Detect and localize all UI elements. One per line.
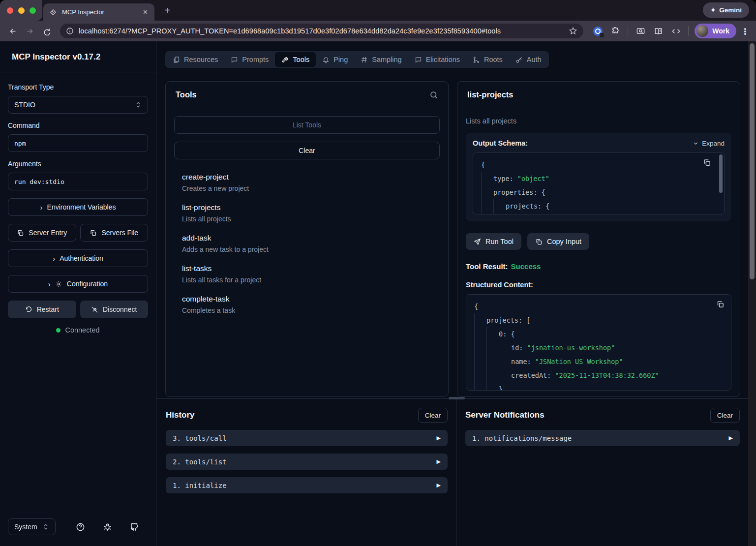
bookmark-star-icon[interactable]: [569, 27, 577, 35]
browser-menu-icon[interactable]: •••: [740, 28, 750, 35]
new-tab-button[interactable]: +: [161, 4, 173, 16]
command-input[interactable]: npm: [8, 134, 148, 152]
tool-description: Creates a new project: [182, 184, 440, 192]
tab-label: Elicitations: [426, 56, 460, 63]
chat-icon: [231, 56, 238, 63]
theme-select[interactable]: System: [8, 518, 56, 535]
play-icon[interactable]: ▶: [437, 458, 441, 465]
gemini-button[interactable]: ✦ Gemini: [703, 2, 749, 18]
tab-ping[interactable]: Ping: [316, 52, 354, 67]
traffic-light-area: [0, 0, 42, 21]
screen-search-icon[interactable]: [633, 24, 648, 38]
page-scrollbar[interactable]: [748, 41, 756, 546]
restart-button[interactable]: Restart: [8, 301, 76, 318]
copy-icon[interactable]: [716, 300, 725, 308]
run-tool-button[interactable]: Run Tool: [466, 233, 521, 250]
server-entry-button[interactable]: Server Entry: [8, 224, 76, 242]
extensions-icon[interactable]: [608, 24, 623, 38]
tool-name: add-task: [182, 234, 440, 243]
window-close-button[interactable]: [7, 7, 13, 14]
connection-status: Connected: [8, 326, 148, 334]
window-minimize-button[interactable]: [18, 7, 25, 14]
tab-resources[interactable]: Resources: [166, 52, 224, 67]
code-line: {: [474, 300, 723, 313]
arguments-input[interactable]: run dev:stdio: [8, 173, 148, 190]
password-manager-icon[interactable]: [590, 24, 605, 38]
transport-type-label: Transport Type: [8, 83, 148, 91]
copy-icon[interactable]: [703, 158, 711, 167]
tab-tools[interactable]: Tools: [275, 52, 316, 67]
site-info-icon[interactable]: [66, 27, 74, 35]
tab-elicitations[interactable]: Elicitations: [408, 52, 466, 67]
tab-auth[interactable]: Auth: [509, 52, 548, 67]
tab-close-icon[interactable]: ×: [142, 8, 149, 17]
clear-tools-button[interactable]: Clear: [174, 142, 440, 159]
tab-roots[interactable]: Roots: [466, 52, 509, 67]
configuration-button[interactable]: › Configuration: [8, 275, 148, 293]
tools-panel-title: Tools: [176, 90, 197, 99]
disconnect-button[interactable]: Disconnect: [80, 301, 149, 318]
mcp-inspector-app: MCP Inspector v0.17.2 Transport Type STD…: [0, 41, 756, 546]
key-icon: [515, 56, 523, 63]
browser-tab[interactable]: MCP Inspector ×: [43, 3, 154, 21]
tool-item-list-tasks[interactable]: list-tasksLists all tasks for a project: [174, 259, 440, 289]
tool-item-list-projects[interactable]: list-projectsLists all projects: [174, 198, 440, 228]
transport-type-select[interactable]: STDIO: [8, 96, 148, 114]
browser-window: MCP Inspector × + ✦ Gemini localhost:627…: [0, 0, 756, 546]
panel-resize-handle[interactable]: [449, 397, 465, 399]
page-scrollbar-thumb[interactable]: [750, 43, 755, 279]
gemini-label: Gemini: [719, 6, 742, 14]
profile-button[interactable]: Work: [695, 24, 736, 38]
history-item-row[interactable]: 3. tools/call▶: [166, 430, 448, 446]
servers-file-button[interactable]: Servers File: [80, 224, 149, 242]
play-icon[interactable]: ▶: [437, 482, 441, 488]
tool-item-add-task[interactable]: add-taskAdds a new task to a project: [174, 228, 440, 259]
copy-input-button[interactable]: Copy Input: [527, 233, 589, 250]
play-icon[interactable]: ▶: [729, 435, 733, 441]
code-line: properties: {: [481, 185, 716, 199]
chevron-right-icon: ›: [40, 204, 43, 211]
authentication-button[interactable]: › Authentication: [8, 249, 148, 267]
forward-button[interactable]: [23, 24, 36, 38]
chevron-right-icon: ›: [53, 255, 55, 262]
tool-name: create-project: [182, 173, 440, 182]
search-icon[interactable]: [429, 91, 438, 99]
tools-list: create-projectCreates a new projectlist-…: [174, 167, 440, 320]
clear-notifications-button[interactable]: Clear: [710, 408, 740, 423]
environment-variables-button[interactable]: › Environment Variables: [8, 198, 148, 216]
tool-item-create-project[interactable]: create-projectCreates a new project: [174, 167, 440, 198]
notification-item-row[interactable]: 1. notifications/message▶: [465, 430, 740, 446]
github-icon[interactable]: [121, 522, 148, 532]
code-line: type: "object": [481, 172, 716, 185]
sparkle-icon: ✦: [710, 6, 716, 14]
toolbar-divider: [688, 26, 689, 36]
expand-toggle[interactable]: Expand: [693, 140, 725, 147]
command-label: Command: [8, 121, 148, 129]
output-schema-code: {type: "object"properties: {projects: {t…: [473, 152, 725, 214]
list-tools-button[interactable]: List Tools: [174, 116, 440, 134]
dev-code-icon[interactable]: [668, 24, 683, 38]
reload-button[interactable]: [39, 24, 53, 38]
chat-icon: [415, 56, 422, 63]
code-scrollbar[interactable]: [719, 154, 723, 193]
clear-history-button[interactable]: Clear: [418, 408, 448, 423]
tab-sampling[interactable]: Sampling: [354, 52, 408, 67]
toolbar-divider: [628, 26, 628, 36]
connection-status-label: Connected: [65, 326, 99, 334]
history-item-label: 2. tools/list: [173, 458, 227, 466]
history-item-row[interactable]: 1. initialize▶: [166, 477, 448, 493]
tab-prompts[interactable]: Prompts: [224, 52, 275, 67]
help-icon[interactable]: [67, 522, 94, 532]
url-text[interactable]: localhost:6274/?MCP_PROXY_AUTH_TOKEN=e1d…: [79, 27, 564, 35]
tab-label: Auth: [527, 56, 542, 63]
tool-item-complete-task[interactable]: complete-taskCompletes a task: [174, 289, 440, 320]
connected-dot-icon: [56, 328, 60, 333]
back-button[interactable]: [6, 24, 20, 38]
window-zoom-button[interactable]: [30, 7, 36, 14]
reading-list-icon[interactable]: [651, 24, 665, 38]
bug-icon[interactable]: [94, 522, 121, 532]
address-bar[interactable]: localhost:6274/?MCP_PROXY_AUTH_TOKEN=e1d…: [60, 24, 583, 38]
history-item-row[interactable]: 2. tools/list▶: [166, 454, 448, 470]
play-icon[interactable]: ▶: [437, 435, 441, 441]
mcp-favicon-icon: [49, 8, 57, 16]
